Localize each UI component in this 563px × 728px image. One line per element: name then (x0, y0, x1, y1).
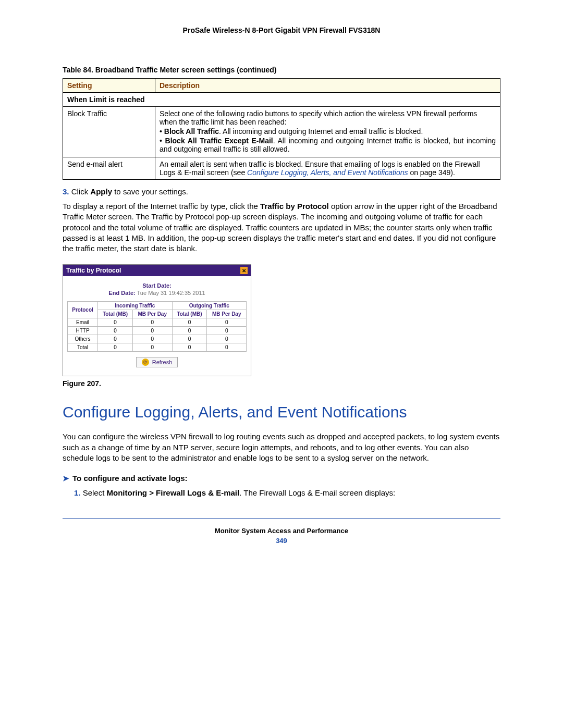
cell-value: 0 (132, 327, 172, 335)
cell-value: 0 (132, 335, 172, 343)
bullet-rest: . All incoming and outgoing Internet and… (219, 127, 423, 135)
para-bold: Traffic by Protocol (260, 202, 329, 211)
th-incoming: Incoming Traffic (98, 302, 172, 310)
refresh-icon: ⟳ (142, 359, 149, 366)
table-row: Block Traffic Select one of the followin… (63, 107, 500, 157)
desc-intro: Select one of the following radio button… (160, 109, 496, 126)
cell-value: 0 (98, 335, 133, 343)
cell-value: 0 (132, 343, 172, 352)
footer-page-number: 349 (63, 537, 500, 545)
cell-value: 0 (98, 318, 133, 327)
step-post: to save your settings. (112, 187, 188, 196)
cell-setting: Send e-mail alert (63, 157, 155, 180)
popup-body: Start Date: End Date: Tue May 31 19:42:3… (63, 276, 251, 376)
cell-protocol: Others (68, 335, 98, 343)
close-icon[interactable]: ✕ (240, 267, 248, 274)
cell-value: 0 (207, 335, 247, 343)
popup-title: Traffic by Protocol (66, 267, 121, 274)
table-row: HTTP 0 0 0 0 (68, 327, 247, 335)
para-pre: To display a report of the Internet traf… (63, 202, 260, 211)
start-date-label: Start Date: (142, 282, 172, 289)
cell-value: 0 (98, 343, 133, 352)
cell-value: 0 (207, 327, 247, 335)
settings-table: Setting Description When Limit is reache… (63, 78, 500, 180)
end-date-value: Tue May 31 19:42:35 2011 (137, 290, 205, 296)
cell-value: 0 (172, 318, 207, 327)
traffic-table: Protocol Incoming Traffic Outgoing Traff… (67, 301, 247, 352)
table-row: Total 0 0 0 0 (68, 343, 247, 352)
bullet-item: • Block All Traffic. All incoming and ou… (160, 127, 496, 135)
cell-value: 0 (172, 335, 207, 343)
footer-title: Monitor System Access and Performance (63, 527, 500, 535)
step-number: 1. (74, 488, 81, 497)
cell-protocol: Total (68, 343, 98, 352)
page: ProSafe Wireless-N 8-Port Gigabit VPN Fi… (0, 0, 563, 565)
cell-protocol: HTTP (68, 327, 98, 335)
table-row: Send e-mail alert An email alert is sent… (63, 157, 500, 180)
cell-setting: Block Traffic (63, 107, 155, 157)
th-setting: Setting (63, 79, 155, 93)
arrow-icon: ➤ (63, 474, 69, 483)
cell-protocol: Email (68, 318, 98, 327)
cell-description: An email alert is sent when traffic is b… (155, 157, 500, 180)
traffic-popup: Traffic by Protocol ✕ Start Date: End Da… (63, 264, 251, 376)
figure-caption: Figure 207. (63, 379, 500, 388)
body-paragraph: To display a report of the Internet traf… (63, 201, 500, 254)
bullet-item: • Block All Traffic Except E-Mail. All i… (160, 137, 496, 153)
th-description: Description (155, 79, 500, 93)
cross-ref-link[interactable]: Configure Logging, Alerts, and Event Not… (247, 168, 408, 177)
th-in-perday: MB Per Day (132, 310, 172, 318)
refresh-label: Refresh (152, 359, 173, 365)
section-heading: Configure Logging, Alerts, and Event Not… (63, 403, 500, 421)
popup-titlebar: Traffic by Protocol ✕ (63, 265, 251, 276)
th-outgoing: Outgoing Traffic (172, 302, 247, 310)
section-paragraph: You can configure the wireless VPN firew… (63, 431, 500, 463)
end-date-label: End Date: (108, 290, 135, 296)
procedure-title: To configure and activate logs: (72, 474, 188, 483)
document-title: ProSafe Wireless-N 8-Port Gigabit VPN Fi… (63, 26, 500, 34)
step-number: 3. (63, 187, 69, 196)
step-pre: Click (71, 187, 91, 196)
cell-value: 0 (98, 327, 133, 335)
footer-rule (63, 518, 500, 519)
cell-value: 0 (207, 318, 247, 327)
step-bold: Apply (90, 187, 112, 196)
step-post: . The Firewall Logs & E-mail screen disp… (239, 488, 395, 497)
bullet-bold: Block All Traffic (164, 127, 219, 135)
procedure-heading: ➤To configure and activate logs: (63, 474, 500, 483)
table-caption: Table 84. Broadband Traffic Meter screen… (63, 66, 500, 74)
cell-value: 0 (172, 327, 207, 335)
cell-value: 0 (132, 318, 172, 327)
cell-description: Select one of the following radio button… (155, 107, 500, 157)
step-1: 1. Select Monitoring > Firewall Logs & E… (74, 488, 500, 497)
step-pre: Select (83, 488, 107, 497)
bullet-bold: Block All Traffic Except E-Mail (165, 137, 273, 145)
th-in-total: Total (MB) (98, 310, 133, 318)
step-bold: Monitoring > Firewall Logs & E-mail (107, 488, 240, 497)
section-label: When Limit is reached (63, 93, 500, 107)
table-row: Others 0 0 0 0 (68, 335, 247, 343)
cell-value: 0 (172, 343, 207, 352)
step-3: 3. Click Apply to save your settings. (63, 187, 500, 196)
desc-post: on page 349). (408, 168, 455, 177)
th-protocol: Protocol (68, 302, 98, 318)
th-out-perday: MB Per Day (207, 310, 247, 318)
cell-value: 0 (207, 343, 247, 352)
refresh-button[interactable]: ⟳ Refresh (136, 357, 178, 367)
th-out-total: Total (MB) (172, 310, 207, 318)
table-row: Email 0 0 0 0 (68, 318, 247, 327)
